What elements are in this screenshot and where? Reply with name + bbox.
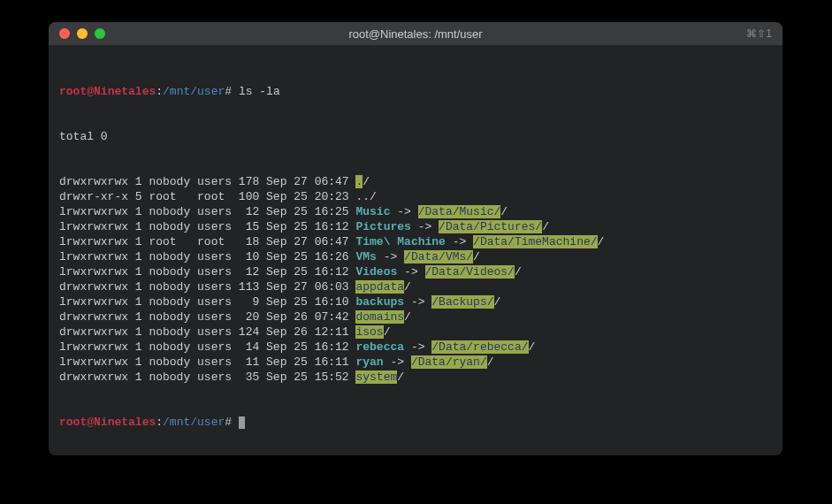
prompt-line: root@Ninetales:/mnt/user# ls -la — [59, 84, 772, 99]
row-name: isos — [355, 325, 383, 339]
prompt-host: Ninetales — [94, 85, 156, 98]
list-row: lrwxrwxrwx 1 nobody users 10 Sep 25 16:2… — [59, 249, 772, 264]
prompt-user: root — [59, 85, 87, 98]
zoom-icon[interactable] — [95, 28, 105, 39]
arrow-icon: -> — [404, 340, 431, 354]
row-meta: drwxrwxrwx 1 nobody users 35 Sep 25 15:5… — [59, 370, 355, 384]
row-meta: lrwxrwxrwx 1 nobody users 12 Sep 25 16:2… — [59, 205, 355, 218]
list-row: drwxrwxrwx 1 nobody users 178 Sep 27 06:… — [59, 174, 772, 189]
row-target: /Backups/ — [431, 295, 493, 309]
list-row: drwxrwxrwx 1 nobody users 113 Sep 27 06:… — [59, 279, 772, 294]
list-row: drwxrwxrwx 1 nobody users 124 Sep 26 12:… — [59, 325, 772, 340]
prompt-line-2: root@Ninetales:/mnt/user# — [59, 415, 772, 430]
row-meta: lrwxrwxrwx 1 nobody users 10 Sep 25 16:2… — [59, 250, 355, 263]
row-meta: lrwxrwxrwx 1 nobody users 14 Sep 25 16:1… — [59, 340, 355, 354]
row-meta: lrwxrwxrwx 1 nobody users 12 Sep 25 16:1… — [59, 265, 355, 279]
arrow-icon: -> — [384, 355, 411, 369]
row-name: domains — [355, 310, 404, 324]
row-target: /Data/ryan/ — [411, 355, 487, 369]
row-name: system — [355, 370, 397, 384]
terminal-window: root@Ninetales: /mnt/user ⌘⇧1 root@Ninet… — [49, 22, 782, 455]
list-row: lrwxrwxrwx 1 nobody users 12 Sep 25 16:1… — [59, 264, 772, 279]
row-target: /Data/Videos/ — [425, 265, 515, 279]
row-target: /Data/rebecca/ — [431, 340, 528, 354]
row-name: Pictures — [355, 220, 410, 233]
cursor-icon — [239, 416, 245, 429]
row-name: Music — [355, 205, 390, 218]
list-row: drwxrwxrwx 1 nobody users 20 Sep 26 07:4… — [59, 309, 772, 325]
listing-rows: drwxrwxrwx 1 nobody users 178 Sep 27 06:… — [59, 174, 772, 385]
row-meta: drwxrwxrwx 1 nobody users 124 Sep 26 12:… — [59, 325, 355, 339]
row-target: /Data/Music/ — [418, 205, 501, 218]
titlebar[interactable]: root@Ninetales: /mnt/user ⌘⇧1 — [49, 22, 782, 45]
arrow-icon: -> — [446, 235, 473, 248]
prompt-path: /mnt/user — [163, 85, 225, 98]
row-target: /Data/Pictures/ — [439, 220, 542, 233]
arrow-icon: -> — [404, 295, 431, 309]
list-row: lrwxrwxrwx 1 nobody users 15 Sep 25 16:1… — [59, 219, 772, 234]
row-name: Videos — [355, 265, 397, 279]
row-meta: drwxrwxrwx 1 nobody users 113 Sep 27 06:… — [59, 280, 355, 294]
row-name: Time\ Machine — [355, 235, 445, 248]
close-icon[interactable] — [59, 28, 70, 39]
row-name: VMs — [355, 250, 376, 263]
list-row: lrwxrwxrwx 1 nobody users 9 Sep 25 16:10… — [59, 294, 772, 309]
row-meta: drwxrwxrwx 1 nobody users 178 Sep 27 06:… — [59, 175, 355, 188]
command: ls -la — [239, 85, 280, 98]
arrow-icon: -> — [377, 250, 404, 263]
row-meta: lrwxrwxrwx 1 nobody users 9 Sep 25 16:10 — [59, 295, 355, 309]
list-row: drwxrwxrwx 1 nobody users 35 Sep 25 15:5… — [59, 370, 772, 385]
minimize-icon[interactable] — [77, 28, 88, 39]
row-target: /Data/VMs/ — [404, 250, 473, 263]
row-name: ryan — [355, 355, 383, 369]
list-row: lrwxrwxrwx 1 nobody users 12 Sep 25 16:2… — [59, 204, 772, 219]
window-title: root@Ninetales: /mnt/user — [49, 27, 782, 41]
total-line: total 0 — [59, 129, 772, 144]
row-target: /Data/TimeMachine/ — [473, 235, 597, 248]
list-row: lrwxrwxrwx 1 root root 18 Sep 27 06:47 T… — [59, 234, 772, 249]
terminal-body[interactable]: root@Ninetales:/mnt/user# ls -la total 0… — [49, 45, 782, 455]
arrow-icon: -> — [390, 205, 417, 218]
list-row: lrwxrwxrwx 1 nobody users 14 Sep 25 16:1… — [59, 340, 772, 355]
row-meta: drwxr-xr-x 5 root root 100 Sep 25 20:23 — [59, 190, 355, 203]
arrow-icon: -> — [397, 265, 424, 279]
row-name: rebecca — [355, 340, 404, 354]
row-meta: drwxrwxrwx 1 nobody users 20 Sep 26 07:4… — [59, 310, 355, 324]
tab-hint: ⌘⇧1 — [746, 27, 772, 40]
row-name: backups — [355, 295, 404, 309]
traffic-lights — [59, 28, 105, 39]
arrow-icon: -> — [411, 220, 439, 233]
list-row: drwxr-xr-x 5 root root 100 Sep 25 20:23 … — [59, 189, 772, 204]
row-meta: lrwxrwxrwx 1 nobody users 11 Sep 25 16:1… — [59, 355, 355, 369]
list-row: lrwxrwxrwx 1 nobody users 11 Sep 25 16:1… — [59, 355, 772, 370]
row-meta: lrwxrwxrwx 1 root root 18 Sep 27 06:47 — [59, 235, 355, 248]
row-meta: lrwxrwxrwx 1 nobody users 15 Sep 25 16:1… — [59, 220, 355, 233]
row-name: .. — [355, 190, 370, 203]
row-name: appdata — [355, 280, 404, 294]
